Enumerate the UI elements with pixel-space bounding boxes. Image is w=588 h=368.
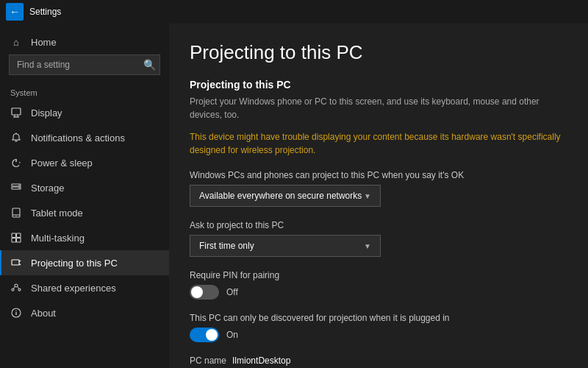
notifications-icon <box>10 132 22 144</box>
projection-dropdown[interactable]: Available everywhere on secure networks … <box>190 185 381 207</box>
plugged-toggle-knob <box>206 329 218 341</box>
ask-label: Ask to project to this PC <box>190 220 567 230</box>
projection-dropdown-value: Available everywhere on secure networks <box>199 191 362 201</box>
sidebar-item-label: Display <box>31 107 62 118</box>
page-title: Projecting to this PC <box>190 41 567 64</box>
svg-point-13 <box>15 216 16 216</box>
svg-point-9 <box>18 185 20 186</box>
plugged-label: This PC can only be discovered for proje… <box>190 313 567 323</box>
content-area: Projecting to this PC Projecting to this… <box>169 24 588 368</box>
sidebar-section-label: System <box>0 84 169 100</box>
sidebar-item-label: Storage <box>31 183 65 194</box>
search-input[interactable] <box>9 54 160 75</box>
section-title: Projecting to this PC <box>190 79 567 91</box>
sidebar-item-label: Home <box>31 37 57 48</box>
shared-icon <box>10 282 22 294</box>
sidebar: ⌂ Home 🔍 System Display Notifications & … <box>0 24 169 368</box>
svg-rect-18 <box>12 260 19 265</box>
sidebar-item-label: Projecting to this PC <box>31 258 118 269</box>
sidebar-item-notifications[interactable]: Notifications & actions <box>0 125 169 150</box>
titlebar: ← Settings <box>0 0 588 24</box>
projection-setting: Windows PCs and phones can project to th… <box>190 170 567 207</box>
app-title: Settings <box>29 7 61 17</box>
ask-setting: Ask to project to this PC First time onl… <box>190 220 567 257</box>
about-icon <box>10 307 22 319</box>
svg-rect-15 <box>17 233 21 238</box>
plugged-toggle-label: On <box>226 330 238 340</box>
projecting-icon <box>10 257 22 269</box>
svg-point-23 <box>18 289 21 291</box>
pin-setting: Require PIN for pairing Off <box>190 270 567 300</box>
sidebar-item-tablet[interactable]: Tablet mode <box>0 200 169 225</box>
sidebar-item-label: Notifications & actions <box>31 132 125 144</box>
svg-line-25 <box>18 287 19 289</box>
section-projecting: Projecting to this PC Project your Windo… <box>190 79 567 157</box>
search-icon[interactable]: 🔍 <box>143 59 156 71</box>
plugged-setting: This PC can only be discovered for proje… <box>190 313 567 342</box>
sidebar-search: 🔍 <box>9 54 160 75</box>
pc-name-label: PC name <box>190 355 226 366</box>
sidebar-item-shared[interactable]: Shared experiences <box>0 275 169 300</box>
ask-dropdown[interactable]: First time only ▼ <box>190 235 381 257</box>
pc-name-row: PC name IlmiontDesktop <box>190 355 567 366</box>
sidebar-item-projecting[interactable]: Projecting to this PC <box>0 250 169 275</box>
sidebar-item-label: Power & sleep <box>31 158 93 169</box>
sidebar-item-about[interactable]: About <box>0 300 169 325</box>
back-icon: ← <box>10 6 20 18</box>
svg-rect-14 <box>12 233 16 238</box>
sidebar-item-label: Shared experiences <box>31 283 116 294</box>
plugged-toggle-row: On <box>190 328 567 342</box>
projection-label: Windows PCs and phones can project to th… <box>190 170 567 180</box>
sidebar-item-display[interactable]: Display <box>0 100 169 125</box>
sidebar-item-label: Multi-tasking <box>31 233 85 244</box>
pc-name-value: IlmiontDesktop <box>232 355 290 366</box>
sidebar-item-multitasking[interactable]: Multi-tasking <box>0 225 169 250</box>
sidebar-item-power[interactable]: Power & sleep <box>0 150 169 175</box>
power-icon <box>10 157 22 169</box>
home-icon: ⌂ <box>10 36 22 48</box>
ask-dropdown-value: First time only <box>199 241 254 251</box>
back-button[interactable]: ← <box>6 3 24 21</box>
display-icon <box>10 107 22 118</box>
plugged-toggle[interactable] <box>190 328 219 342</box>
projection-dropdown-container: Available everywhere on secure networks … <box>190 185 567 207</box>
pin-toggle-knob <box>191 286 203 298</box>
sidebar-item-home[interactable]: ⌂ Home <box>0 29 169 54</box>
tablet-icon <box>10 207 22 219</box>
ask-dropdown-arrow: ▼ <box>364 242 371 250</box>
svg-point-22 <box>12 289 14 291</box>
sidebar-item-label: Tablet mode <box>31 208 83 219</box>
svg-point-28 <box>15 311 16 311</box>
warning-text: This device might have trouble displayin… <box>190 130 567 157</box>
sidebar-item-storage[interactable]: Storage <box>0 175 169 200</box>
storage-icon <box>10 182 22 194</box>
svg-line-24 <box>14 287 15 289</box>
pin-toggle-row: Off <box>190 285 567 300</box>
section-desc: Project your Windows phone or PC to this… <box>190 95 567 121</box>
multitasking-icon <box>10 232 22 244</box>
sidebar-item-label: About <box>31 308 56 319</box>
pin-label: Require PIN for pairing <box>190 270 567 280</box>
svg-rect-17 <box>17 238 21 243</box>
app-container: ⌂ Home 🔍 System Display Notifications & … <box>0 24 588 368</box>
svg-rect-0 <box>12 108 21 115</box>
projection-dropdown-arrow: ▼ <box>364 192 371 200</box>
pin-toggle-label: Off <box>226 287 238 297</box>
pin-toggle[interactable] <box>190 285 219 300</box>
svg-rect-16 <box>12 238 16 243</box>
svg-point-21 <box>15 284 18 287</box>
ask-dropdown-container: First time only ▼ <box>190 235 567 257</box>
svg-point-10 <box>18 188 20 189</box>
